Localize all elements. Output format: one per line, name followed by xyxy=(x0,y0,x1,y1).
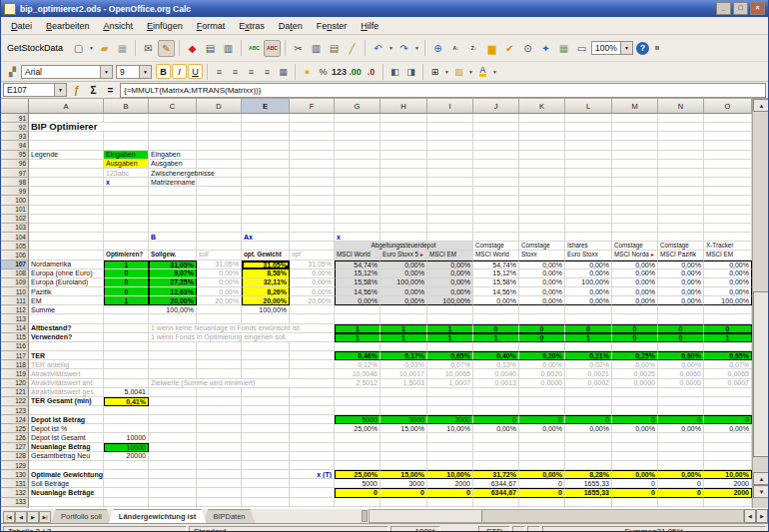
cell-I93[interactable] xyxy=(427,132,473,141)
row-header-119[interactable]: 119 xyxy=(1,369,29,378)
cell-O92[interactable] xyxy=(704,123,752,132)
tab-splitter-handle[interactable] xyxy=(362,510,368,522)
borders-dropdown-icon[interactable]: ▼ xyxy=(443,69,450,75)
cell-K130[interactable]: 0,00% xyxy=(519,470,565,479)
cell-I97[interactable] xyxy=(427,169,473,178)
styles-window-icon[interactable]: ▭ xyxy=(573,40,590,57)
cell-A130[interactable]: Optimale Gewichtung xyxy=(29,470,104,479)
cell-E100[interactable] xyxy=(242,196,290,205)
cell-F94[interactable] xyxy=(290,141,335,150)
cell-A102[interactable] xyxy=(29,215,104,224)
cell-L95[interactable] xyxy=(565,151,612,160)
zoom-caret-icon[interactable]: ▼ xyxy=(620,42,632,54)
cell-A99[interactable] xyxy=(29,187,104,196)
cell-K100[interactable] xyxy=(519,196,565,205)
cell-I109[interactable]: 0,00% xyxy=(427,278,473,287)
cell-B131[interactable] xyxy=(104,479,149,488)
cell-C117[interactable] xyxy=(149,351,197,360)
cell-E91[interactable] xyxy=(242,114,290,123)
cell-B94[interactable] xyxy=(104,141,149,150)
italic-button[interactable]: I xyxy=(172,64,187,79)
cell-H117[interactable]: 0,17% xyxy=(381,351,427,360)
cell-G125[interactable]: 25,00% xyxy=(335,424,381,433)
cell-O108[interactable]: 0,00% xyxy=(704,269,752,278)
cell-L114[interactable]: 0 xyxy=(565,324,612,333)
cell-D116[interactable] xyxy=(197,342,242,351)
cell-F133[interactable] xyxy=(290,498,335,507)
cell-J125[interactable]: 0,00% xyxy=(473,424,519,433)
cell-A114[interactable]: Altbestand? xyxy=(29,324,104,333)
cell-H114[interactable]: 1 xyxy=(381,324,427,333)
cell-H125[interactable]: 15,00% xyxy=(381,424,427,433)
column-header-A[interactable]: A xyxy=(29,99,104,114)
cell-O93[interactable] xyxy=(704,132,752,141)
cell-B128[interactable]: 20000 xyxy=(104,452,149,461)
cell-C122[interactable] xyxy=(149,397,197,406)
cell-L92[interactable] xyxy=(565,123,612,132)
cell-H133[interactable] xyxy=(381,498,427,507)
cell-F102[interactable] xyxy=(290,215,335,224)
cell-N115[interactable]: 0 xyxy=(658,333,704,342)
decrease-indent-icon[interactable]: ◧ xyxy=(387,64,402,79)
cell-G101[interactable] xyxy=(335,206,381,215)
cell-A129[interactable] xyxy=(29,461,104,470)
cell-A134[interactable] xyxy=(29,507,104,508)
cell-A107[interactable]: Nordamerika xyxy=(29,261,104,269)
cell-C125[interactable] xyxy=(149,424,197,433)
font-size-caret-icon[interactable]: ▼ xyxy=(139,66,151,78)
cell-E95[interactable] xyxy=(242,151,290,160)
cell-M104[interactable] xyxy=(612,233,658,242)
cell-L102[interactable] xyxy=(565,215,612,224)
cell-L98[interactable] xyxy=(565,178,612,187)
cell-L109[interactable]: 100,00% xyxy=(565,278,612,287)
cell-N102[interactable] xyxy=(658,215,704,224)
undo-icon[interactable]: ↶ xyxy=(370,40,386,57)
styles-panel-icon[interactable]: ▞ xyxy=(5,64,20,79)
cell-E127[interactable] xyxy=(242,443,290,452)
cell-H99[interactable] xyxy=(381,187,427,196)
cell-B130[interactable] xyxy=(104,470,149,479)
cell-A95[interactable]: Legende xyxy=(29,151,104,160)
cell-L123[interactable] xyxy=(565,406,612,415)
cell-B96[interactable]: Ausgaben xyxy=(104,160,149,169)
align-center-icon[interactable]: ≡ xyxy=(228,64,243,79)
cell-H92[interactable] xyxy=(381,123,427,132)
scroll-left-icon[interactable]: ◀ xyxy=(744,509,756,523)
status-sheet-position[interactable]: Tabelle 2 / 3 xyxy=(3,526,187,532)
cell-O112[interactable] xyxy=(704,305,752,314)
cell-B109[interactable]: 0 xyxy=(104,278,149,287)
cell-I94[interactable] xyxy=(427,141,473,150)
edit-file-icon[interactable]: ✎ xyxy=(158,40,175,57)
column-header-O[interactable]: O xyxy=(704,99,752,114)
cell-F123[interactable] xyxy=(290,406,335,415)
cell-C111[interactable]: 20,00% xyxy=(149,296,197,305)
column-header-D[interactable]: D xyxy=(197,99,242,114)
cell-G94[interactable] xyxy=(335,141,381,150)
previous-sheet-icon[interactable]: ◀ xyxy=(15,511,27,523)
cell-O114[interactable]: 0 xyxy=(704,324,752,333)
cell-K131[interactable]: 0 xyxy=(519,479,565,488)
cell-J121[interactable] xyxy=(473,388,519,397)
cell-N107[interactable]: 0,00% xyxy=(658,261,704,269)
cell-K134[interactable] xyxy=(519,507,565,508)
cell-G120[interactable]: 2,5012 xyxy=(335,379,381,388)
cell-C106[interactable]: Sollgew. xyxy=(149,251,197,260)
cell-L115[interactable]: 1 xyxy=(565,333,612,342)
cell-K105[interactable]: Comstage xyxy=(519,242,565,251)
maximize-button[interactable]: □ xyxy=(733,2,748,15)
cell-G118[interactable]: 0,12% xyxy=(335,360,381,369)
name-box[interactable]: E107 ▼ xyxy=(3,83,67,97)
align-justify-icon[interactable]: ≡ xyxy=(260,64,275,79)
row-header-122[interactable]: 122 xyxy=(1,397,29,406)
cell-L132[interactable]: 1655,33 xyxy=(565,488,612,497)
cell-L97[interactable] xyxy=(565,169,612,178)
cell-D126[interactable] xyxy=(197,433,242,442)
row-header-108[interactable]: 108 xyxy=(1,269,29,278)
cell-D109[interactable]: 0,00% xyxy=(197,278,242,287)
cell-D91[interactable] xyxy=(197,114,242,123)
align-right-icon[interactable]: ≡ xyxy=(244,64,259,79)
column-header-N[interactable]: N xyxy=(658,99,704,114)
cell-G104[interactable]: x xyxy=(335,233,381,242)
cell-H91[interactable] xyxy=(381,114,427,123)
cell-K111[interactable]: 0,00% xyxy=(519,296,565,305)
